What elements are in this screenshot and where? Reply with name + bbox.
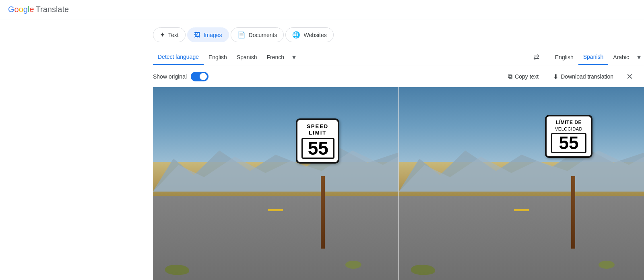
close-btn[interactable]: ✕	[623, 70, 636, 83]
chevron-down-icon-target: ▾	[637, 53, 641, 62]
road-line-right	[514, 209, 529, 211]
mountains-svg-right	[399, 142, 644, 192]
header: Google Translate	[0, 0, 644, 19]
sign-velocidad-label: VELOCIDAD	[551, 127, 587, 131]
swap-languages-btn[interactable]: ⇄	[529, 50, 544, 64]
mountains-svg-left	[153, 142, 398, 192]
target-english-btn[interactable]: English	[550, 50, 578, 64]
sign-number-left: 55	[301, 138, 334, 159]
source-language-bar: Detect language English Spanish French ▾	[153, 49, 523, 66]
target-arabic-btn[interactable]: Arabic	[608, 50, 634, 64]
road-left	[153, 196, 398, 280]
sign-number-right: 55	[551, 133, 586, 153]
tab-websites[interactable]: 🌐 Websites	[285, 27, 333, 42]
checkmark-icon: ✓	[203, 75, 206, 79]
mode-tabs: ✦ Text 🖼 Images 📄 Documents 🌐 Websites	[153, 27, 644, 42]
show-original-left: Show original ✓	[153, 72, 208, 81]
show-original-bar: Show original ✓ ⧉ Copy text ⬇ Download t…	[153, 66, 644, 87]
target-spanish-btn[interactable]: Spanish	[578, 50, 609, 65]
main-content: ✦ Text 🖼 Images 📄 Documents 🌐 Websites D…	[0, 19, 644, 280]
source-more-languages-btn[interactable]: ▾	[289, 49, 299, 66]
tab-documents[interactable]: 📄 Documents	[231, 27, 284, 42]
source-spanish-btn[interactable]: Spanish	[232, 50, 262, 64]
toggle-slider: ✓	[191, 72, 208, 81]
text-icon: ✦	[160, 31, 165, 39]
show-original-right: ⧉ Copy text ⬇ Download translation ✕	[503, 70, 636, 83]
tab-documents-label: Documents	[249, 32, 277, 38]
documents-icon: 📄	[237, 31, 246, 39]
tab-text[interactable]: ✦ Text	[153, 27, 186, 42]
sign-post-right	[571, 176, 575, 249]
copy-text-btn[interactable]: ⧉ Copy text	[503, 71, 543, 83]
download-translation-btn[interactable]: ⬇ Download translation	[548, 71, 618, 83]
source-detect-language-btn[interactable]: Detect language	[153, 50, 204, 65]
sign-speed-text-left: SPEED LIMIT	[301, 123, 334, 136]
language-bars: Detect language English Spanish French ▾…	[153, 49, 644, 66]
chevron-down-icon: ▾	[292, 53, 296, 62]
tab-images[interactable]: 🖼 Images	[187, 27, 229, 42]
bush-right-1	[411, 265, 435, 275]
speed-sign-left: SPEED LIMIT 55	[296, 118, 339, 163]
source-english-btn[interactable]: English	[204, 50, 232, 64]
mountains-left	[153, 142, 398, 192]
swap-icon: ⇄	[533, 53, 539, 62]
translated-image-panel: LÍMITE DE VELOCIDAD 55	[399, 87, 644, 280]
sign-post-left	[321, 176, 325, 249]
tab-images-label: Images	[204, 32, 222, 38]
show-original-label: Show original	[153, 73, 187, 80]
tab-websites-label: Websites	[303, 32, 326, 38]
tab-text-label: Text	[168, 32, 179, 38]
images-icon: 🖼	[194, 31, 200, 39]
bush-right-2	[599, 261, 615, 269]
logo-text: Google	[8, 5, 34, 14]
target-language-bar: English Spanish Arabic ▾	[550, 49, 644, 66]
original-image-panel: SPEED LIMIT 55	[153, 87, 398, 280]
google-translate-logo: Google Translate	[8, 5, 69, 14]
target-more-languages-btn[interactable]: ▾	[634, 49, 644, 66]
road-line-left	[268, 209, 283, 211]
translate-label: Translate	[36, 5, 69, 14]
images-container: SPEED LIMIT 55	[153, 87, 644, 280]
mountains-right	[399, 142, 644, 192]
websites-icon: 🌐	[292, 31, 300, 39]
show-original-toggle[interactable]: ✓	[191, 72, 208, 81]
download-icon: ⬇	[553, 73, 558, 81]
speed-sign-right: LÍMITE DE VELOCIDAD 55	[545, 115, 592, 158]
copy-icon: ⧉	[508, 73, 512, 80]
close-icon: ✕	[626, 72, 633, 81]
bush-left-2	[345, 261, 361, 269]
sign-speed-text-right: LÍMITE DE	[551, 120, 587, 126]
source-french-btn[interactable]: French	[262, 50, 289, 64]
